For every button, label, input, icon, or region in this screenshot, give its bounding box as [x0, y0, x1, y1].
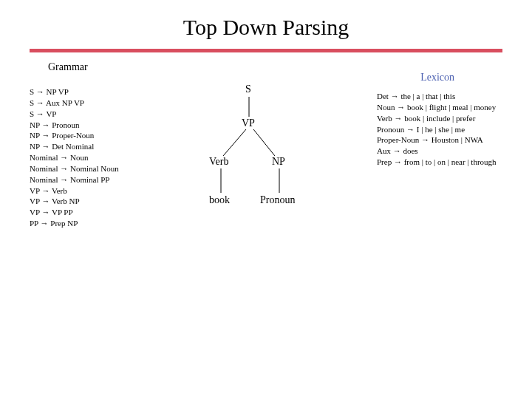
tree-node-s: S — [245, 83, 251, 95]
tree-leaf-pronoun: Pronoun — [260, 194, 295, 206]
tree-edges — [185, 83, 347, 253]
page-title: Top Down Parsing — [0, 0, 532, 49]
lexicon-rule-list: Det → the | a | that | this Noun → book … — [377, 91, 502, 168]
lexicon-rule: Pronoun → I | he | she | me — [377, 124, 502, 135]
grammar-rule: NP → Pronoun — [30, 120, 119, 131]
grammar-rule: PP → Prep NP — [30, 218, 119, 229]
parse-tree: S VP Verb NP book Pronoun — [185, 83, 347, 253]
lexicon-rule: Verb → book | include | prefer — [377, 113, 502, 124]
lexicon-rule: Prep → from | to | on | near | through — [377, 157, 502, 168]
grammar-rule: S → VP — [30, 109, 119, 120]
divider — [30, 49, 502, 52]
lexicon-rule: Det → the | a | that | this — [377, 91, 502, 102]
grammar-rule: VP → VP PP — [30, 207, 119, 218]
grammar-rule: NP → Det Nominal — [30, 141, 119, 152]
lexicon-heading: Lexicon — [420, 72, 454, 83]
grammar-rule: Nominal → Nominal Noun — [30, 163, 119, 174]
tree-node-np: NP — [272, 156, 285, 168]
grammar-rule: VP → Verb NP — [30, 196, 119, 207]
grammar-rule: NP → Proper-Noun — [30, 130, 119, 141]
grammar-rule: VP → Verb — [30, 185, 119, 197]
tree-node-verb: Verb — [209, 156, 228, 168]
grammar-rule-list: S → NP VP S → Aux NP VP S → VP NP → Pron… — [30, 86, 119, 229]
svg-line-1 — [223, 129, 246, 156]
tree-leaf-book: book — [209, 194, 230, 206]
lexicon-rule: Noun → book | flight | meal | money — [377, 102, 502, 113]
svg-line-2 — [253, 129, 275, 156]
lexicon-rule: Proper-Noun → Houston | NWA — [377, 134, 502, 146]
grammar-rule: S → NP VP — [30, 86, 119, 98]
grammar-rule: Nominal → Nominal PP — [30, 174, 119, 185]
lexicon-rule: Aux → does — [377, 146, 502, 157]
grammar-rule: S → Aux NP VP — [30, 98, 119, 109]
grammar-heading: Grammar — [48, 61, 88, 73]
grammar-rule: Nominal → Noun — [30, 152, 119, 163]
tree-node-vp: VP — [242, 117, 255, 129]
